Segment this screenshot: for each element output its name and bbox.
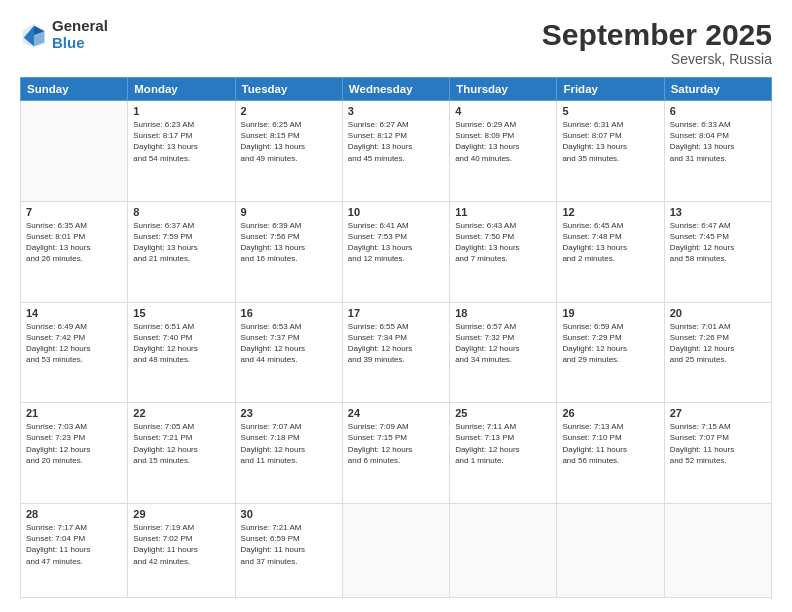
calendar-cell: 23Sunrise: 7:07 AMSunset: 7:18 PMDayligh…	[235, 403, 342, 504]
title-block: September 2025 Seversk, Russia	[542, 18, 772, 67]
calendar-cell: 27Sunrise: 7:15 AMSunset: 7:07 PMDayligh…	[664, 403, 771, 504]
calendar-week-row-0: 1Sunrise: 6:23 AMSunset: 8:17 PMDaylight…	[21, 101, 772, 202]
day-info: Sunrise: 6:45 AMSunset: 7:48 PMDaylight:…	[562, 220, 658, 265]
calendar-cell: 20Sunrise: 7:01 AMSunset: 7:26 PMDayligh…	[664, 302, 771, 403]
logo-general-text: General	[52, 18, 108, 35]
header-monday: Monday	[128, 78, 235, 101]
day-number: 11	[455, 206, 551, 218]
day-number: 27	[670, 407, 766, 419]
day-info: Sunrise: 6:51 AMSunset: 7:40 PMDaylight:…	[133, 321, 229, 366]
day-info: Sunrise: 6:53 AMSunset: 7:37 PMDaylight:…	[241, 321, 337, 366]
calendar-cell: 3Sunrise: 6:27 AMSunset: 8:12 PMDaylight…	[342, 101, 449, 202]
header-tuesday: Tuesday	[235, 78, 342, 101]
day-number: 5	[562, 105, 658, 117]
day-info: Sunrise: 7:21 AMSunset: 6:59 PMDaylight:…	[241, 522, 337, 567]
calendar-cell: 30Sunrise: 7:21 AMSunset: 6:59 PMDayligh…	[235, 504, 342, 598]
calendar-cell: 11Sunrise: 6:43 AMSunset: 7:50 PMDayligh…	[450, 201, 557, 302]
logo-icon	[20, 21, 48, 49]
calendar-cell	[557, 504, 664, 598]
calendar-cell: 4Sunrise: 6:29 AMSunset: 8:09 PMDaylight…	[450, 101, 557, 202]
day-info: Sunrise: 6:43 AMSunset: 7:50 PMDaylight:…	[455, 220, 551, 265]
header-wednesday: Wednesday	[342, 78, 449, 101]
calendar-cell: 24Sunrise: 7:09 AMSunset: 7:15 PMDayligh…	[342, 403, 449, 504]
day-number: 20	[670, 307, 766, 319]
day-info: Sunrise: 7:09 AMSunset: 7:15 PMDaylight:…	[348, 421, 444, 466]
day-info: Sunrise: 7:11 AMSunset: 7:13 PMDaylight:…	[455, 421, 551, 466]
logo-text: General Blue	[52, 18, 108, 51]
day-info: Sunrise: 7:05 AMSunset: 7:21 PMDaylight:…	[133, 421, 229, 466]
calendar-week-row-3: 21Sunrise: 7:03 AMSunset: 7:23 PMDayligh…	[21, 403, 772, 504]
calendar-cell: 12Sunrise: 6:45 AMSunset: 7:48 PMDayligh…	[557, 201, 664, 302]
day-info: Sunrise: 6:33 AMSunset: 8:04 PMDaylight:…	[670, 119, 766, 164]
day-info: Sunrise: 6:25 AMSunset: 8:15 PMDaylight:…	[241, 119, 337, 164]
day-number: 14	[26, 307, 122, 319]
day-number: 3	[348, 105, 444, 117]
calendar-cell: 26Sunrise: 7:13 AMSunset: 7:10 PMDayligh…	[557, 403, 664, 504]
day-info: Sunrise: 7:07 AMSunset: 7:18 PMDaylight:…	[241, 421, 337, 466]
calendar-week-row-2: 14Sunrise: 6:49 AMSunset: 7:42 PMDayligh…	[21, 302, 772, 403]
day-number: 30	[241, 508, 337, 520]
month-title: September 2025	[542, 18, 772, 51]
day-number: 19	[562, 307, 658, 319]
calendar-cell: 14Sunrise: 6:49 AMSunset: 7:42 PMDayligh…	[21, 302, 128, 403]
day-number: 13	[670, 206, 766, 218]
day-info: Sunrise: 7:17 AMSunset: 7:04 PMDaylight:…	[26, 522, 122, 567]
calendar-cell: 22Sunrise: 7:05 AMSunset: 7:21 PMDayligh…	[128, 403, 235, 504]
day-number: 29	[133, 508, 229, 520]
day-number: 12	[562, 206, 658, 218]
day-number: 21	[26, 407, 122, 419]
day-number: 9	[241, 206, 337, 218]
day-number: 25	[455, 407, 551, 419]
calendar-cell: 18Sunrise: 6:57 AMSunset: 7:32 PMDayligh…	[450, 302, 557, 403]
day-number: 4	[455, 105, 551, 117]
page: General Blue September 2025 Seversk, Rus…	[0, 0, 792, 612]
calendar-cell: 29Sunrise: 7:19 AMSunset: 7:02 PMDayligh…	[128, 504, 235, 598]
day-number: 6	[670, 105, 766, 117]
day-number: 1	[133, 105, 229, 117]
calendar-cell: 15Sunrise: 6:51 AMSunset: 7:40 PMDayligh…	[128, 302, 235, 403]
logo: General Blue	[20, 18, 108, 51]
day-number: 18	[455, 307, 551, 319]
day-number: 26	[562, 407, 658, 419]
calendar-cell: 19Sunrise: 6:59 AMSunset: 7:29 PMDayligh…	[557, 302, 664, 403]
calendar-cell	[450, 504, 557, 598]
day-info: Sunrise: 6:47 AMSunset: 7:45 PMDaylight:…	[670, 220, 766, 265]
calendar-cell: 25Sunrise: 7:11 AMSunset: 7:13 PMDayligh…	[450, 403, 557, 504]
day-info: Sunrise: 7:03 AMSunset: 7:23 PMDaylight:…	[26, 421, 122, 466]
header-thursday: Thursday	[450, 78, 557, 101]
calendar-cell: 1Sunrise: 6:23 AMSunset: 8:17 PMDaylight…	[128, 101, 235, 202]
calendar-cell: 10Sunrise: 6:41 AMSunset: 7:53 PMDayligh…	[342, 201, 449, 302]
day-number: 8	[133, 206, 229, 218]
day-info: Sunrise: 6:35 AMSunset: 8:01 PMDaylight:…	[26, 220, 122, 265]
day-info: Sunrise: 7:19 AMSunset: 7:02 PMDaylight:…	[133, 522, 229, 567]
calendar-cell: 9Sunrise: 6:39 AMSunset: 7:56 PMDaylight…	[235, 201, 342, 302]
calendar-cell: 16Sunrise: 6:53 AMSunset: 7:37 PMDayligh…	[235, 302, 342, 403]
calendar-cell: 17Sunrise: 6:55 AMSunset: 7:34 PMDayligh…	[342, 302, 449, 403]
day-number: 16	[241, 307, 337, 319]
location: Seversk, Russia	[542, 51, 772, 67]
day-number: 17	[348, 307, 444, 319]
day-number: 24	[348, 407, 444, 419]
day-info: Sunrise: 6:55 AMSunset: 7:34 PMDaylight:…	[348, 321, 444, 366]
calendar-cell: 7Sunrise: 6:35 AMSunset: 8:01 PMDaylight…	[21, 201, 128, 302]
calendar-header-row: Sunday Monday Tuesday Wednesday Thursday…	[21, 78, 772, 101]
header: General Blue September 2025 Seversk, Rus…	[20, 18, 772, 67]
calendar-cell: 2Sunrise: 6:25 AMSunset: 8:15 PMDaylight…	[235, 101, 342, 202]
day-number: 23	[241, 407, 337, 419]
calendar-cell: 6Sunrise: 6:33 AMSunset: 8:04 PMDaylight…	[664, 101, 771, 202]
day-info: Sunrise: 7:15 AMSunset: 7:07 PMDaylight:…	[670, 421, 766, 466]
day-info: Sunrise: 7:13 AMSunset: 7:10 PMDaylight:…	[562, 421, 658, 466]
day-info: Sunrise: 6:41 AMSunset: 7:53 PMDaylight:…	[348, 220, 444, 265]
day-info: Sunrise: 6:37 AMSunset: 7:59 PMDaylight:…	[133, 220, 229, 265]
day-info: Sunrise: 6:27 AMSunset: 8:12 PMDaylight:…	[348, 119, 444, 164]
day-number: 2	[241, 105, 337, 117]
day-info: Sunrise: 7:01 AMSunset: 7:26 PMDaylight:…	[670, 321, 766, 366]
calendar-week-row-1: 7Sunrise: 6:35 AMSunset: 8:01 PMDaylight…	[21, 201, 772, 302]
day-number: 7	[26, 206, 122, 218]
day-info: Sunrise: 6:59 AMSunset: 7:29 PMDaylight:…	[562, 321, 658, 366]
day-number: 22	[133, 407, 229, 419]
day-info: Sunrise: 6:39 AMSunset: 7:56 PMDaylight:…	[241, 220, 337, 265]
logo-blue-text: Blue	[52, 35, 108, 52]
day-number: 28	[26, 508, 122, 520]
calendar-week-row-4: 28Sunrise: 7:17 AMSunset: 7:04 PMDayligh…	[21, 504, 772, 598]
